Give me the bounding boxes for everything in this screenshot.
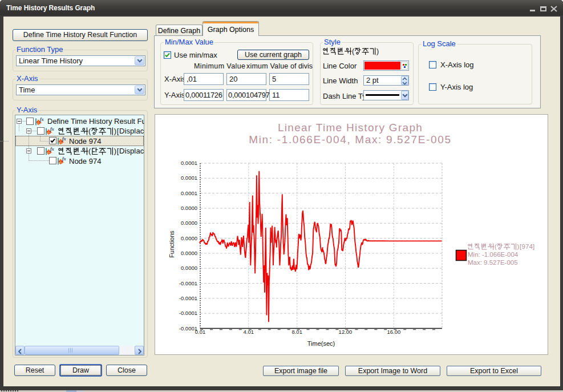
svg-text:D: D xyxy=(119,127,124,135)
svg-text:4.01: 4.01 xyxy=(244,329,254,335)
svg-text:Time(sec): Time(sec) xyxy=(307,340,335,347)
svg-text:e: e xyxy=(144,147,144,155)
svg-text:0.0000: 0.0000 xyxy=(181,235,197,241)
svg-text:12.00: 12.00 xyxy=(339,329,353,335)
svg-text:Functions: Functions xyxy=(168,231,175,258)
svg-text:16.00: 16.00 xyxy=(387,329,401,335)
svg-text:Min: -1.066E-004, Max: 9.527E-: Min: -1.066E-004, Max: 9.527E-005 xyxy=(249,134,451,146)
svg-text:(: ( xyxy=(88,127,91,135)
svg-text:p: p xyxy=(130,147,134,155)
svg-text:): ) xyxy=(376,47,379,55)
svg-text:(: ( xyxy=(352,47,355,55)
svg-text:e: e xyxy=(144,127,144,135)
svg-text:): ) xyxy=(114,127,116,135)
svg-text:D: D xyxy=(119,147,124,155)
svg-text:fx: fx xyxy=(50,127,54,132)
svg-text:0.0000: 0.0000 xyxy=(181,220,197,226)
svg-text:0.0001: 0.0001 xyxy=(181,175,197,181)
svg-text:]: ] xyxy=(533,243,534,250)
svg-text:fx: fx xyxy=(50,147,54,152)
svg-text:fx: fx xyxy=(62,136,66,142)
svg-text:(: ( xyxy=(495,243,497,250)
svg-text:0.0001: 0.0001 xyxy=(181,190,197,196)
svg-text:-0.0001: -0.0001 xyxy=(179,295,197,301)
svg-text:9: 9 xyxy=(522,243,525,250)
svg-text:0.0000: 0.0000 xyxy=(181,265,197,271)
svg-text:fx: fx xyxy=(40,117,44,122)
svg-text:p: p xyxy=(130,127,134,135)
svg-text:-0.0001: -0.0001 xyxy=(179,280,197,286)
svg-text:(: ( xyxy=(88,147,91,155)
svg-text:0.0001: 0.0001 xyxy=(181,160,197,166)
svg-text:0.0000: 0.0000 xyxy=(181,205,197,211)
svg-text:-0.0001: -0.0001 xyxy=(179,310,197,316)
svg-text:fx: fx xyxy=(62,156,66,161)
svg-text:8.01: 8.01 xyxy=(291,329,302,335)
svg-text:Min: -1.066E-004: Min: -1.066E-004 xyxy=(468,251,519,258)
svg-text:): ) xyxy=(517,243,520,250)
svg-text:0.0000: 0.0000 xyxy=(181,250,197,256)
svg-text:Max: 9.527E-005: Max: 9.527E-005 xyxy=(468,259,518,266)
svg-text:0.01: 0.01 xyxy=(195,329,206,335)
svg-text:Linear Time History Graph: Linear Time History Graph xyxy=(278,122,423,134)
svg-text:): ) xyxy=(114,147,116,155)
